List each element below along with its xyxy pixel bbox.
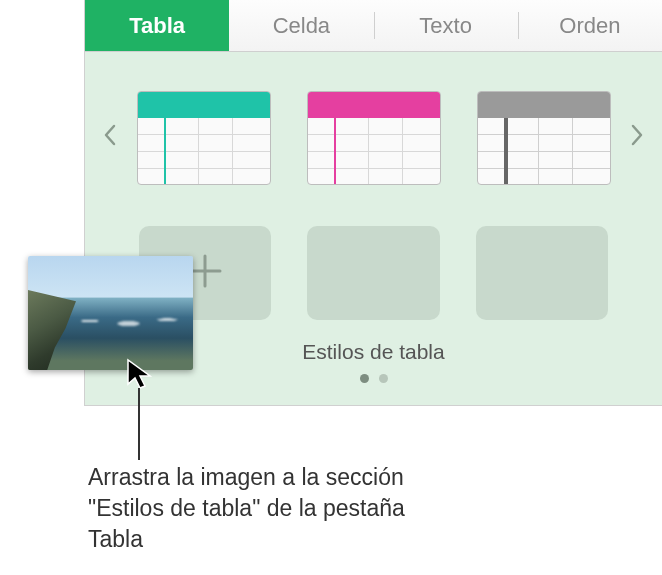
styles-prev-button[interactable] bbox=[99, 78, 121, 198]
tab-cell[interactable]: Celda bbox=[229, 0, 373, 51]
styles-next-button[interactable] bbox=[627, 78, 649, 198]
page-dot[interactable] bbox=[360, 374, 369, 383]
table-style-pink[interactable] bbox=[307, 91, 441, 185]
tab-text[interactable]: Texto bbox=[374, 0, 518, 51]
style-placeholders-row bbox=[139, 226, 608, 320]
styles-carousel bbox=[99, 78, 648, 198]
callout-text: Arrastra la imagen a la sección "Estilos… bbox=[88, 462, 448, 555]
table-style-placeholder[interactable] bbox=[307, 226, 439, 320]
chevron-left-icon bbox=[103, 124, 117, 152]
table-style-placeholder[interactable] bbox=[476, 226, 608, 320]
table-style-gray[interactable] bbox=[477, 91, 611, 185]
styles-page-dots bbox=[99, 374, 648, 387]
tab-order[interactable]: Orden bbox=[518, 0, 662, 51]
callout-leader-line bbox=[138, 388, 140, 460]
dragged-image-thumbnail[interactable] bbox=[28, 256, 193, 370]
page-dot[interactable] bbox=[379, 374, 388, 383]
tab-table[interactable]: Tabla bbox=[85, 0, 229, 51]
chevron-right-icon bbox=[630, 124, 644, 152]
table-style-teal[interactable] bbox=[137, 91, 271, 185]
style-thumbnails-row bbox=[137, 91, 611, 185]
format-tabs: Tabla Celda Texto Orden bbox=[85, 0, 662, 52]
